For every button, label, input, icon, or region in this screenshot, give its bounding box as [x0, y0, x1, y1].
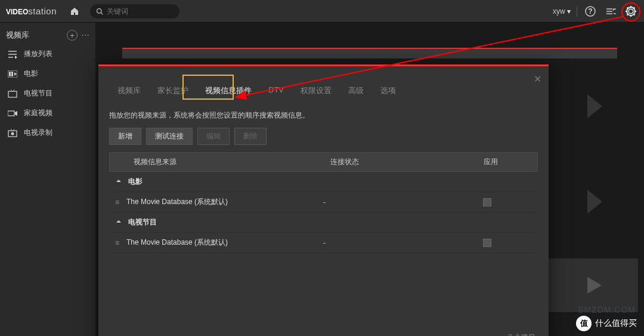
svg-line-1	[101, 13, 103, 14]
tab-library[interactable]: 视频库	[109, 79, 149, 102]
divider	[577, 6, 577, 17]
content-area: ✕ 视频库 家长监护 视频信息插件 DTV 权限设置 高级 选项 拖放您的视频来…	[95, 23, 644, 336]
svg-rect-17	[8, 91, 17, 97]
tab-options[interactable]: 选项	[372, 79, 404, 102]
sidebar-item-label: 电视节目	[24, 88, 52, 98]
col-app: 应用	[444, 153, 537, 171]
add-button[interactable]: 新增	[109, 128, 141, 145]
chevron-up-icon[interactable]	[115, 177, 122, 186]
background-strip	[122, 48, 617, 58]
sidebar-item-homevideo[interactable]: 家庭视频	[0, 103, 95, 123]
dialog-tabs: 视频库 家长监护 视频信息插件 DTV 权限设置 高级 选项	[98, 66, 549, 102]
edit-button: 编辑	[197, 128, 230, 145]
search-box[interactable]	[90, 4, 179, 19]
svg-rect-16	[11, 72, 13, 76]
chevron-up-icon[interactable]	[115, 218, 122, 227]
row-source: The Movie Database (系统默认)	[126, 197, 323, 207]
tab-advanced[interactable]: 高级	[340, 79, 372, 102]
sidebar-item-label: 播放列表	[24, 49, 52, 59]
watermark-text: 什么值得买	[595, 318, 637, 329]
svg-line-11	[633, 14, 634, 15]
col-source: 视频信息来源	[110, 153, 324, 171]
tab-dtv[interactable]: DTV	[260, 79, 292, 102]
settings-dialog: ✕ 视频库 家长监护 视频信息插件 DTV 权限设置 高级 选项 拖放您的视频来…	[98, 64, 549, 336]
sidebar-item-tvshow[interactable]: 电视节目	[0, 84, 95, 103]
col-status: 连接状态	[324, 153, 444, 171]
play-icon	[583, 275, 604, 296]
delete-button: 删除	[234, 128, 267, 145]
sidebar-item-label: 家庭视频	[24, 108, 52, 118]
svg-rect-18	[8, 111, 14, 116]
group-label: 电影	[128, 177, 143, 187]
svg-point-5	[629, 10, 633, 13]
tab-plugin[interactable]: 视频信息插件	[197, 79, 260, 102]
topbar: VIDEOstation xyw ▾ ?	[0, 0, 644, 23]
sidebar-item-playlist[interactable]: 播放列表	[0, 44, 95, 64]
add-library-button[interactable]: +	[67, 30, 78, 41]
group-label: 电视节目	[128, 217, 157, 227]
group-movie[interactable]: 电影	[109, 172, 538, 192]
list-icon	[7, 50, 18, 58]
gear-icon[interactable]	[624, 4, 638, 19]
sidebar-item-label: 电视录制	[24, 128, 52, 138]
svg-point-20	[11, 132, 14, 135]
svg-point-0	[97, 8, 102, 13]
drag-handle-icon[interactable]: ≡	[115, 239, 119, 247]
tv-icon	[7, 90, 18, 98]
home-button[interactable]	[67, 4, 82, 19]
indexing-icon[interactable]	[603, 4, 618, 19]
rec-icon	[7, 129, 18, 137]
app-logo: VIDEOstation	[6, 5, 57, 17]
sidebar-more-button[interactable]: ⋯	[81, 30, 89, 40]
close-icon[interactable]: ✕	[534, 73, 541, 85]
sidebar-item-label: 电影	[24, 69, 38, 79]
help-icon[interactable]: ?	[583, 4, 597, 19]
video-thumbnail[interactable]	[549, 258, 638, 312]
table-row[interactable]: ≡ The Movie Database (系统默认) -	[109, 233, 538, 253]
dialog-description: 拖放您的视频来源，系统将会按照您设置的顺序搜索视频信息。	[98, 102, 549, 128]
row-source: The Movie Database (系统默认)	[126, 238, 323, 248]
camera-icon	[7, 110, 18, 117]
search-icon	[96, 8, 103, 15]
watermark: 值 什么值得买	[576, 316, 637, 331]
plugin-table: 视频信息来源 连接状态 应用 电影 ≡ The Movie Database (…	[109, 152, 538, 253]
watermark-badge: 值	[576, 316, 592, 331]
sidebar-item-recording[interactable]: 电视录制	[0, 123, 95, 143]
table-row[interactable]: ≡ The Movie Database (系统默认) -	[109, 192, 538, 212]
svg-rect-15	[9, 72, 11, 76]
user-menu[interactable]: xyw ▾	[553, 7, 571, 16]
tab-parental[interactable]: 家长监护	[149, 79, 197, 102]
search-input[interactable]	[107, 7, 166, 16]
row-status: -	[323, 198, 442, 206]
sidebar-header: 视频库	[6, 30, 67, 41]
row-status: -	[323, 239, 442, 247]
apply-checkbox[interactable]	[483, 239, 491, 247]
sidebar-item-movie[interactable]: 电影	[0, 64, 95, 84]
drag-handle-icon[interactable]: ≡	[115, 198, 119, 206]
svg-text:?: ?	[588, 7, 592, 16]
tab-permissions[interactable]: 权限设置	[292, 79, 340, 102]
item-count: 2 个项目	[508, 332, 535, 336]
film-icon	[7, 70, 18, 78]
test-connection-button[interactable]: 测试连接	[146, 128, 193, 145]
group-tvshow[interactable]: 电视节目	[109, 212, 538, 233]
sidebar: 视频库 + ⋯ 播放列表 电影 电视节目 家庭视频 电视录制	[0, 23, 95, 336]
watermark-sub: SMZDM.COM	[578, 305, 636, 315]
svg-line-12	[627, 14, 628, 15]
carousel-arrows	[549, 58, 644, 249]
apply-checkbox[interactable]	[483, 198, 491, 206]
